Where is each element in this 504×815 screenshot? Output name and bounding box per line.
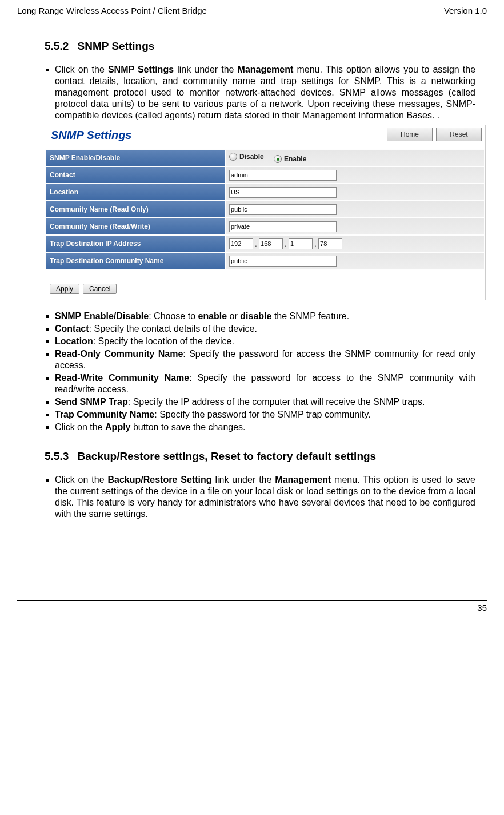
page-number: 35 — [477, 603, 487, 613]
row-label-trap-ip: Trap Destination IP Address — [46, 235, 225, 252]
section-number: 5.5.2 — [45, 40, 74, 52]
section-number: 5.5.3 — [45, 450, 74, 462]
snmp-intro-paragraph: Click on the SNMP Settings link under th… — [55, 64, 475, 121]
apply-button[interactable]: Apply — [50, 284, 79, 294]
section-heading-backup: 5.5.3 Backup/Restore settings, Reset to … — [45, 450, 475, 463]
location-input[interactable] — [229, 187, 337, 198]
def-contact: Contact: Specify the contact details of … — [55, 323, 475, 335]
radio-enable[interactable]: Enable — [274, 155, 306, 163]
header-right: Version 1.0 — [444, 6, 487, 15]
def-ro-community: Read-Only Community Name: Specify the pa… — [55, 348, 475, 371]
backup-intro-paragraph: Click on the Backup/Restore Setting link… — [55, 474, 475, 520]
trap-ip-4-input[interactable] — [318, 238, 342, 249]
snmp-settings-panel: SNMP Settings Home Reset SNMP Enable/Dis… — [45, 125, 486, 300]
trap-ip-2-input[interactable] — [259, 238, 283, 249]
contact-input[interactable] — [229, 170, 337, 181]
page-header: Long Range Wireless Access Point / Clien… — [17, 6, 487, 17]
def-trap-community: Trap Community Name: Specify the passwor… — [55, 409, 475, 420]
panel-title: SNMP Settings — [51, 129, 132, 142]
row-label-comm-ro: Community Name (Read Only) — [46, 201, 225, 218]
section-title: Backup/Restore settings, Reset to factor… — [78, 450, 377, 462]
community-ro-input[interactable] — [229, 204, 337, 215]
def-apply: Click on the Apply button to save the ch… — [55, 422, 475, 433]
row-label-comm-rw: Community Name (Read/Write) — [46, 218, 225, 235]
home-button[interactable]: Home — [387, 128, 433, 141]
def-rw-community: Read-Write Community Name: Specify the p… — [55, 372, 475, 395]
trap-community-input[interactable] — [229, 256, 337, 267]
row-label-location: Location — [46, 184, 225, 201]
page-footer: 35 — [17, 600, 487, 613]
reset-button[interactable]: Reset — [436, 128, 482, 141]
community-rw-input[interactable] — [229, 221, 337, 232]
trap-ip-3-input[interactable] — [289, 238, 313, 249]
header-left: Long Range Wireless Access Point / Clien… — [17, 6, 207, 15]
def-snmp-enable: SNMP Enable/Disable: Choose to enable or… — [55, 311, 475, 322]
section-heading-snmp: 5.5.2 SNMP Settings — [45, 40, 475, 53]
row-label-trap-comm: Trap Destination Community Name — [46, 252, 225, 269]
cancel-button[interactable]: Cancel — [83, 284, 117, 294]
row-label-contact: Contact — [46, 166, 225, 184]
def-send-trap: Send SNMP Trap: Specify the IP address o… — [55, 396, 475, 408]
radio-disable[interactable]: Disable — [229, 153, 264, 161]
row-label-enable: SNMP Enable/Disable — [46, 149, 225, 166]
trap-ip-1-input[interactable] — [229, 238, 253, 249]
def-location: Location: Specify the location of the de… — [55, 336, 475, 347]
section-title: SNMP Settings — [78, 40, 155, 52]
